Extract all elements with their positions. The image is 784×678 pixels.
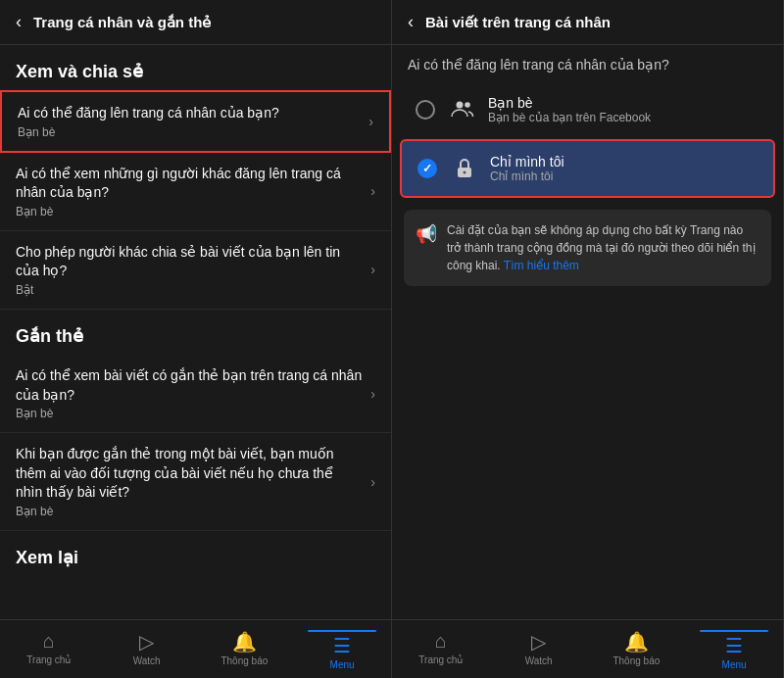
chevron-icon-3: › bbox=[370, 262, 375, 277]
menu-item-tag-audience-sub: Bạn bè bbox=[16, 505, 363, 518]
right-content: Ai có thể đăng lên trang cá nhân của bạn… bbox=[392, 45, 783, 619]
menu-item-tag-audience-main: Khi bạn được gắn thẻ trong một bài viết,… bbox=[16, 445, 363, 503]
left-menu-label: Menu bbox=[330, 659, 355, 670]
menu-item-view-permission[interactable]: Ai có thể xem những gì người khác đăng l… bbox=[0, 153, 391, 231]
right-bell-icon: 🔔 bbox=[624, 630, 649, 654]
onlyme-radio bbox=[417, 159, 437, 178]
left-watch-label: Watch bbox=[133, 655, 161, 666]
menu-item-tag-audience-text: Khi bạn được gắn thẻ trong một bài viết,… bbox=[16, 445, 363, 518]
left-notifications-label: Thông báo bbox=[220, 655, 268, 666]
friends-radio bbox=[416, 100, 435, 120]
right-home-label: Trang chủ bbox=[418, 654, 463, 665]
left-watch-icon: ▷ bbox=[139, 630, 154, 654]
chevron-icon-1: › bbox=[368, 114, 373, 129]
left-home-label: Trang chủ bbox=[26, 654, 71, 665]
left-nav-notifications[interactable]: 🔔 Thông báo bbox=[196, 626, 294, 674]
left-nav-menu[interactable]: ☰ Menu bbox=[293, 626, 391, 674]
left-bottom-nav: ⌂ Trang chủ ▷ Watch 🔔 Thông báo ☰ Menu bbox=[0, 619, 391, 678]
right-watch-icon: ▷ bbox=[531, 630, 546, 654]
right-header: ‹ Bài viết trên trang cá nhân bbox=[392, 0, 783, 45]
svg-point-1 bbox=[465, 102, 470, 108]
menu-item-tag-view-sub: Bạn bè bbox=[16, 407, 363, 420]
option-only-me[interactable]: Chỉ mình tôi Chỉ mình tôi bbox=[400, 139, 775, 198]
right-nav-menu[interactable]: ☰ Menu bbox=[685, 626, 783, 674]
menu-item-post-sub: Bạn bè bbox=[18, 125, 361, 139]
friends-label: Bạn bè bbox=[488, 95, 651, 111]
right-nav-notifications[interactable]: 🔔 Thông báo bbox=[588, 626, 686, 674]
menu-item-view-text: Ai có thể xem những gì người khác đăng l… bbox=[16, 165, 363, 218]
left-header: ‹ Trang cá nhân và gắn thẻ bbox=[0, 0, 391, 45]
right-home-icon: ⌂ bbox=[435, 630, 447, 653]
info-box: 📢 Cài đặt của bạn sẽ không áp dụng cho b… bbox=[404, 210, 771, 286]
menu-item-view-sub: Bạn bè bbox=[16, 205, 363, 218]
left-menu-icon: ☰ bbox=[333, 634, 351, 657]
menu-item-share-text: Cho phép người khác chia sẻ bài viết của… bbox=[16, 243, 363, 297]
menu-item-post-main: Ai có thể đăng lên trang cá nhân của bạn… bbox=[18, 104, 361, 123]
onlyme-text: Chỉ mình tôi Chỉ mình tôi bbox=[490, 154, 564, 183]
menu-item-tag-view[interactable]: Ai có thể xem bài viết có gắn thẻ bạn tr… bbox=[0, 355, 391, 433]
friends-icon bbox=[447, 94, 478, 125]
menu-item-post-text: Ai có thể đăng lên trang cá nhân của bạn… bbox=[18, 104, 361, 139]
info-link[interactable]: Tìm hiểu thêm bbox=[504, 259, 579, 272]
menu-item-view-main: Ai có thể xem những gì người khác đăng l… bbox=[16, 165, 363, 203]
right-panel: ‹ Bài viết trên trang cá nhân Ai có thể … bbox=[392, 0, 784, 678]
right-back-button[interactable]: ‹ bbox=[408, 12, 414, 32]
menu-item-post-permission[interactable]: Ai có thể đăng lên trang cá nhân của bạn… bbox=[0, 90, 391, 153]
section-title-gan-the: Gắn thẻ bbox=[0, 310, 391, 355]
friends-sublabel: Bạn bè của bạn trên Facebook bbox=[488, 111, 651, 124]
megaphone-icon: 📢 bbox=[416, 223, 437, 245]
right-question: Ai có thể đăng lên trang cá nhân của bạn… bbox=[392, 45, 783, 80]
menu-item-tag-view-text: Ai có thể xem bài viết có gắn thẻ bạn tr… bbox=[16, 366, 363, 420]
menu-item-share-main: Cho phép người khác chia sẻ bài viết của… bbox=[16, 243, 363, 281]
right-notifications-label: Thông báo bbox=[612, 655, 660, 666]
chevron-icon-4: › bbox=[370, 386, 375, 402]
left-home-icon: ⌂ bbox=[43, 630, 55, 653]
left-bell-icon: 🔔 bbox=[232, 630, 257, 654]
menu-item-tag-view-main: Ai có thể xem bài viết có gắn thẻ bạn tr… bbox=[16, 366, 363, 405]
onlyme-label: Chỉ mình tôi bbox=[490, 154, 564, 170]
onlyme-sublabel: Chỉ mình tôi bbox=[490, 170, 564, 183]
right-menu-icon: ☰ bbox=[725, 634, 743, 657]
svg-point-0 bbox=[457, 102, 464, 109]
section-title-xem: Xem và chia sẻ bbox=[0, 45, 391, 90]
menu-item-share-sub: Bật bbox=[16, 283, 363, 297]
info-text: Cài đặt của bạn sẽ không áp dụng cho bất… bbox=[447, 221, 760, 274]
onlyme-icon bbox=[449, 153, 480, 184]
left-back-button[interactable]: ‹ bbox=[16, 12, 22, 32]
menu-item-tag-audience[interactable]: Khi bạn được gắn thẻ trong một bài viết,… bbox=[0, 433, 391, 531]
right-menu-label: Menu bbox=[722, 659, 747, 670]
right-watch-label: Watch bbox=[525, 655, 553, 666]
right-header-title: Bài viết trên trang cá nhân bbox=[425, 14, 767, 31]
left-content: Xem và chia sẻ Ai có thể đăng lên trang … bbox=[0, 45, 391, 619]
right-nav-watch[interactable]: ▷ Watch bbox=[490, 626, 588, 674]
svg-point-3 bbox=[464, 171, 466, 174]
right-bottom-nav: ⌂ Trang chủ ▷ Watch 🔔 Thông báo ☰ Menu bbox=[392, 619, 783, 678]
left-nav-watch[interactable]: ▷ Watch bbox=[98, 626, 196, 674]
menu-item-share-permission[interactable]: Cho phép người khác chia sẻ bài viết của… bbox=[0, 231, 391, 310]
left-header-title: Trang cá nhân và gắn thẻ bbox=[33, 14, 375, 31]
section-title-xem-lai: Xem lại bbox=[0, 531, 391, 576]
chevron-icon-2: › bbox=[370, 183, 375, 199]
right-nav-home[interactable]: ⌂ Trang chủ bbox=[392, 626, 490, 674]
chevron-icon-5: › bbox=[370, 474, 375, 490]
left-panel: ‹ Trang cá nhân và gắn thẻ Xem và chia s… bbox=[0, 0, 392, 678]
friends-text: Bạn bè Bạn bè của bạn trên Facebook bbox=[488, 95, 651, 124]
option-friends[interactable]: Bạn bè Bạn bè của bạn trên Facebook bbox=[400, 82, 775, 137]
left-nav-home[interactable]: ⌂ Trang chủ bbox=[0, 626, 98, 674]
